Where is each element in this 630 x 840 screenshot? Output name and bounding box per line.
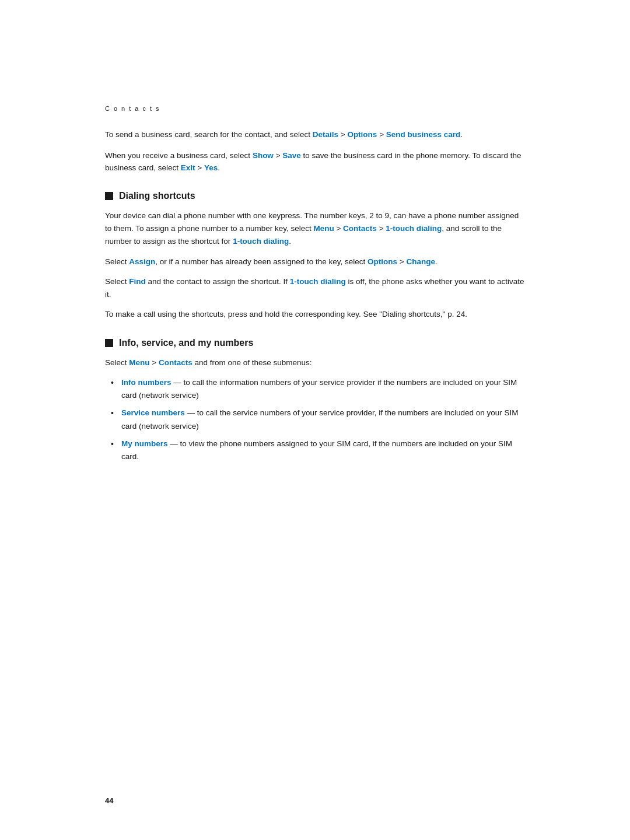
- info-service-intro: Select Menu > Contacts and from one of t…: [105, 356, 525, 369]
- yes-link: Yes: [204, 163, 218, 172]
- intro-para1-sep2: >: [377, 130, 386, 139]
- intro-para2-text-before: When you receive a business card, select: [105, 151, 253, 160]
- service-numbers-link: Service numbers: [121, 408, 185, 417]
- contacts-link-1: Contacts: [343, 224, 377, 233]
- info-numbers-text: — to call the information numbers of you…: [121, 378, 517, 400]
- intro-para-1: To send a business card, search for the …: [105, 128, 525, 141]
- details-link: Details: [313, 130, 338, 139]
- options-link: Options: [347, 130, 377, 139]
- page-container: C o n t a c t s To send a business card,…: [0, 0, 630, 840]
- info-service-title: Info, service, and my numbers: [119, 338, 253, 348]
- heading-square-icon-2: [105, 339, 113, 347]
- dialing-shortcuts-para1: Your device can dial a phone number with…: [105, 209, 525, 249]
- intro-para1-text-before: To send a business card, search for the …: [105, 130, 313, 139]
- ds-para4-text: To make a call using the shortcuts, pres…: [105, 310, 467, 318]
- one-touch-dialing-link-2: 1-touch dialing: [233, 237, 289, 246]
- bullet-service-numbers: Service numbers — to call the service nu…: [111, 407, 525, 433]
- intro-para-2: When you receive a business card, select…: [105, 149, 525, 174]
- dialing-shortcuts-para4: To make a call using the shortcuts, pres…: [105, 308, 525, 321]
- intro-para1-sep1: >: [338, 130, 347, 139]
- exit-link: Exit: [181, 163, 195, 172]
- assign-link: Assign: [129, 257, 155, 266]
- my-numbers-link: My numbers: [121, 439, 168, 448]
- dialing-shortcuts-para3: Select Find and the contact to assign th…: [105, 275, 525, 302]
- section-header: C o n t a c t s: [105, 105, 525, 112]
- options-link-2: Options: [368, 257, 397, 266]
- menu-link-2: Menu: [129, 358, 149, 367]
- one-touch-dialing-link-1: 1-touch dialing: [386, 224, 442, 233]
- intro-para1-period: .: [460, 130, 463, 139]
- find-link: Find: [129, 277, 146, 286]
- info-service-heading: Info, service, and my numbers: [105, 338, 525, 348]
- info-numbers-link: Info numbers: [121, 378, 172, 387]
- heading-square-icon: [105, 192, 113, 200]
- dialing-shortcuts-heading: Dialing shortcuts: [105, 191, 525, 201]
- my-numbers-text: — to view the phone numbers assigned to …: [121, 439, 512, 461]
- menu-link-1: Menu: [313, 224, 334, 233]
- page-number: 44: [105, 796, 113, 805]
- intro-para2-sep2: >: [195, 163, 204, 172]
- intro-para2-sep1: >: [274, 151, 282, 160]
- bullet-my-numbers: My numbers — to view the phone numbers a…: [111, 438, 525, 464]
- dialing-shortcuts-para2: Select Assign, or if a number has alread…: [105, 256, 525, 268]
- show-link: Show: [253, 151, 274, 160]
- dialing-shortcuts-title: Dialing shortcuts: [119, 191, 195, 201]
- intro-para2-period: .: [218, 163, 220, 172]
- send-business-card-link: Send business card: [386, 130, 461, 139]
- save-link: Save: [282, 151, 301, 160]
- contacts-link-2: Contacts: [159, 358, 192, 367]
- bullet-info-numbers: Info numbers — to call the information n…: [111, 376, 525, 402]
- info-service-bullet-list: Info numbers — to call the information n…: [111, 376, 525, 464]
- change-link: Change: [406, 257, 435, 266]
- one-touch-dialing-link-3: 1-touch dialing: [290, 277, 346, 286]
